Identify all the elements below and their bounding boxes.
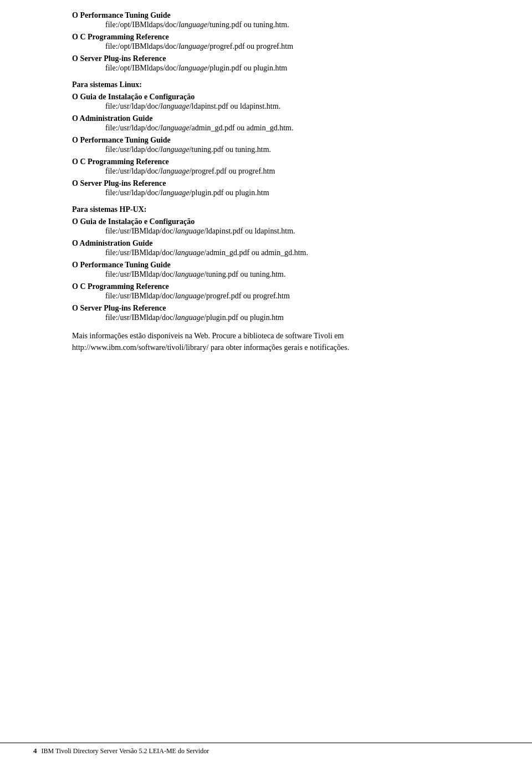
linux-cprog-path: file:/usr/ldap/doc/language/progref.pdf … xyxy=(105,167,460,176)
page-footer-title: IBM Tivoli Directory Server Versão 5.2 L… xyxy=(42,747,209,755)
linux-section-header: Para sistemas Linux: xyxy=(72,80,460,89)
hpux-admin-entry: O Administration Guide file:/usr/IBMldap… xyxy=(72,239,460,257)
hpux-install-path: file:/usr/IBMldap/doc/language/ldapinst.… xyxy=(105,227,460,236)
hpux-plugins-title: O Server Plug-ins Reference xyxy=(72,304,460,313)
linux-cprog-title: O C Programming Reference xyxy=(72,158,460,166)
hpux-cprog-entry: O C Programming Reference file:/usr/IBMl… xyxy=(72,282,460,301)
page-number: 4 xyxy=(33,746,37,755)
linux-install-entry: O Guia de Instalação e Configuração file… xyxy=(72,93,460,111)
linux-perf-entry: O Performance Tuning Guide file:/usr/lda… xyxy=(72,136,460,154)
page-footer: 4 IBM Tivoli Directory Server Versão 5.2… xyxy=(0,743,532,755)
hpux-install-entry: O Guia de Instalação e Configuração file… xyxy=(72,217,460,236)
hpux-plugins-path: file:/usr/IBMldap/doc/language/plugin.pd… xyxy=(105,313,460,322)
hpux-admin-title: O Administration Guide xyxy=(72,239,460,248)
opt-perf-tuning-path: file:/opt/IBMldaps/doc/language/tuning.p… xyxy=(105,21,460,29)
linux-plugins-title: O Server Plug-ins Reference xyxy=(72,179,460,188)
hpux-cprog-path: file:/usr/IBMldap/doc/language/progref.p… xyxy=(105,292,460,301)
opt-server-plugins-path: file:/opt/IBMldaps/doc/language/plugin.p… xyxy=(105,64,460,73)
opt-c-prog-title: O C Programming Reference xyxy=(72,33,460,42)
opt-perf-tuning-title: O Performance Tuning Guide xyxy=(72,11,460,20)
linux-plugins-entry: O Server Plug-ins Reference file:/usr/ld… xyxy=(72,179,460,197)
linux-plugins-path: file:/usr/ldap/doc/language/plugin.pdf o… xyxy=(105,189,460,197)
hpux-cprog-title: O C Programming Reference xyxy=(72,282,460,291)
linux-perf-title: O Performance Tuning Guide xyxy=(72,136,460,145)
linux-admin-entry: O Administration Guide file:/usr/ldap/do… xyxy=(72,114,460,133)
linux-install-title: O Guia de Instalação e Configuração xyxy=(72,93,460,101)
linux-perf-path: file:/usr/ldap/doc/language/tuning.pdf o… xyxy=(105,145,460,154)
linux-cprog-entry: O C Programming Reference file:/usr/ldap… xyxy=(72,158,460,176)
hpux-install-title: O Guia de Instalação e Configuração xyxy=(72,217,460,226)
hpux-section-header: Para sistemas HP-UX: xyxy=(72,205,460,214)
opt-server-plugins-title: O Server Plug-ins Reference xyxy=(72,54,460,63)
linux-admin-title: O Administration Guide xyxy=(72,114,460,123)
opt-c-prog-entry: O C Programming Reference file:/opt/IBMl… xyxy=(72,33,460,51)
hpux-plugins-entry: O Server Plug-ins Reference file:/usr/IB… xyxy=(72,304,460,322)
hpux-perf-path: file:/usr/IBMldap/doc/language/tuning.pd… xyxy=(105,270,460,279)
hpux-admin-path: file:/usr/IBMldap/doc/language/admin_gd.… xyxy=(105,248,460,257)
linux-install-path: file:/usr/ldap/doc/language/ldapinst.pdf… xyxy=(105,102,460,111)
opt-server-plugins-entry: O Server Plug-ins Reference file:/opt/IB… xyxy=(72,54,460,73)
opt-c-prog-path: file:/opt/IBMldaps/doc/language/progref.… xyxy=(105,42,460,51)
linux-admin-path: file:/usr/ldap/doc/language/admin_gd.pdf… xyxy=(105,124,460,133)
hpux-perf-title: O Performance Tuning Guide xyxy=(72,261,460,270)
opt-perf-tuning-entry: O Performance Tuning Guide file:/opt/IBM… xyxy=(72,11,460,29)
footer-paragraph: Mais informações estão disponíveis na We… xyxy=(72,330,460,353)
hpux-perf-entry: O Performance Tuning Guide file:/usr/IBM… xyxy=(72,261,460,279)
page-container: O Performance Tuning Guide file:/opt/IBM… xyxy=(0,0,532,772)
